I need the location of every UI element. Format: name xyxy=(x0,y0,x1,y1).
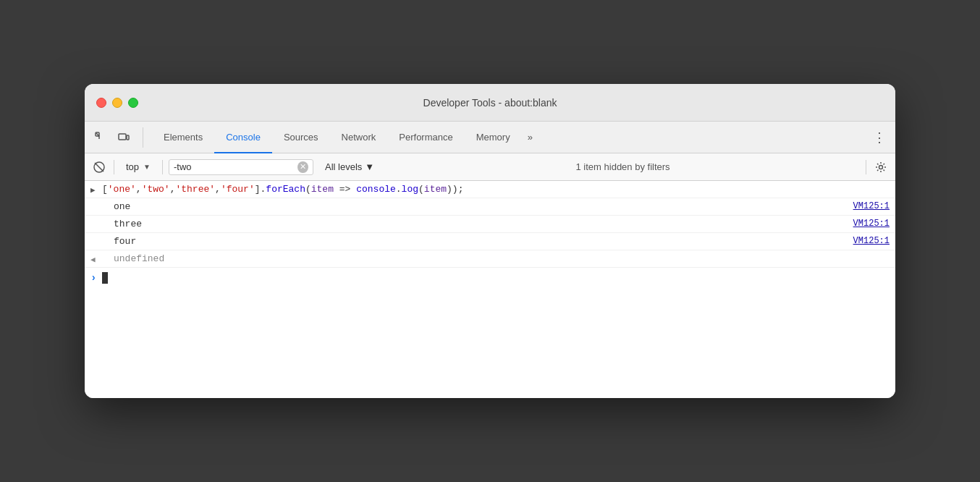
title-bar: Developer Tools - about:blank xyxy=(85,84,895,122)
return-arrow: ◀ xyxy=(90,253,102,264)
expand-arrow-one xyxy=(90,201,102,203)
svg-rect-2 xyxy=(127,135,129,140)
console-input-line[interactable]: › xyxy=(85,268,895,288)
toolbar-separator-2 xyxy=(162,160,163,174)
svg-rect-1 xyxy=(119,134,126,140)
clear-filter-button[interactable]: ✕ xyxy=(297,161,308,173)
console-output-line: three VM125:1 xyxy=(85,216,895,233)
return-value-line: ◀ undefined xyxy=(85,250,895,268)
output-four: four xyxy=(102,236,853,247)
output-three: three xyxy=(102,219,853,229)
levels-dropdown-arrow: ▼ xyxy=(365,161,374,172)
tab-network[interactable]: Network xyxy=(330,122,388,153)
devtools-menu-button[interactable]: ⋮ xyxy=(869,127,890,148)
input-cursor xyxy=(102,272,108,284)
console-command: ['one','two','three','four'].forEach(ite… xyxy=(102,184,890,195)
more-tabs-button[interactable]: » xyxy=(522,132,538,143)
return-value: undefined xyxy=(102,253,164,264)
console-output-line: one VM125:1 xyxy=(85,198,895,216)
traffic-lights xyxy=(96,98,138,108)
console-output: ▶ ['one','two','three','four'].forEach(i… xyxy=(85,181,895,398)
log-levels-button[interactable]: All levels ▼ xyxy=(319,160,380,174)
expand-arrow-four xyxy=(90,236,102,237)
filter-input-wrapper: ✕ xyxy=(169,159,313,175)
hidden-items-info: 1 item hidden by filters xyxy=(386,161,860,172)
context-selector[interactable]: top ▼ xyxy=(120,160,156,174)
input-chevron-icon: › xyxy=(90,272,96,284)
tab-performance[interactable]: Performance xyxy=(387,122,464,153)
vm-link-one[interactable]: VM125:1 xyxy=(853,201,890,211)
expand-arrow-three xyxy=(90,219,102,220)
svg-line-4 xyxy=(95,163,104,172)
device-toolbar-icon[interactable] xyxy=(114,127,134,148)
vm-link-four[interactable]: VM125:1 xyxy=(853,236,890,246)
clear-console-button[interactable] xyxy=(90,158,108,176)
devtools-tabs: Elements Console Sources Network Perform… xyxy=(85,122,895,153)
context-dropdown-arrow: ▼ xyxy=(143,163,151,171)
toolbar-separator-3 xyxy=(866,160,866,174)
tab-sources[interactable]: Sources xyxy=(272,122,330,153)
tab-console[interactable]: Console xyxy=(214,122,272,153)
console-output-line: four VM125:1 xyxy=(85,233,895,250)
minimize-button[interactable] xyxy=(112,98,122,108)
expand-arrow[interactable]: ▶ xyxy=(90,184,102,195)
close-button[interactable] xyxy=(96,98,106,108)
console-command-line: ▶ ['one','two','three','four'].forEach(i… xyxy=(85,181,895,198)
svg-point-5 xyxy=(879,165,883,169)
console-settings-button[interactable] xyxy=(872,158,890,176)
tab-elements[interactable]: Elements xyxy=(152,122,214,153)
tab-icon-group xyxy=(90,127,143,148)
toolbar-separator xyxy=(114,160,114,174)
console-toolbar: top ▼ ✕ All levels ▼ 1 item hidden by fi… xyxy=(85,153,895,181)
inspect-element-icon[interactable] xyxy=(90,127,111,148)
output-one: one xyxy=(102,201,853,212)
filter-input[interactable] xyxy=(174,161,297,172)
vm-link-three[interactable]: VM125:1 xyxy=(853,219,890,229)
maximize-button[interactable] xyxy=(128,98,138,108)
window-title: Developer Tools - about:blank xyxy=(423,97,557,109)
tab-memory[interactable]: Memory xyxy=(465,122,522,153)
devtools-window: Developer Tools - about:blank Elements C… xyxy=(85,84,895,398)
